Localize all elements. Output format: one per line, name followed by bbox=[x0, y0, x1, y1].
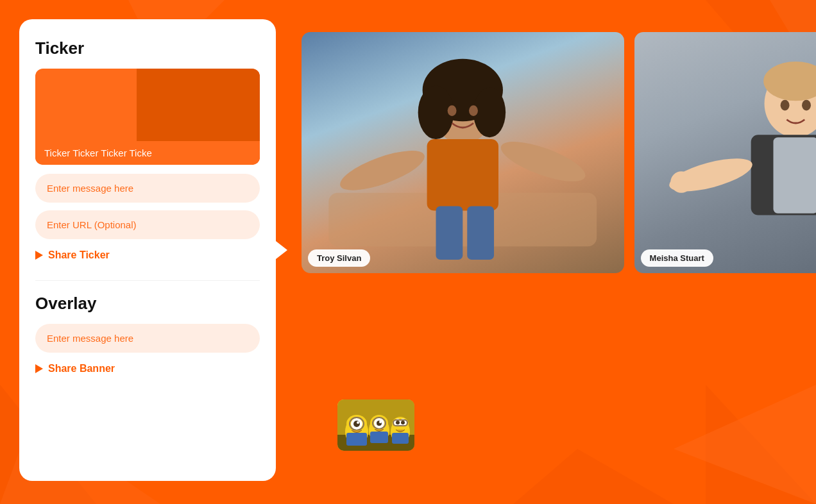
svg-point-48 bbox=[357, 421, 359, 424]
chat-image-minions bbox=[337, 399, 414, 451]
svg-rect-24 bbox=[773, 137, 816, 213]
svg-point-15 bbox=[336, 142, 429, 198]
ticker-title: Ticker bbox=[35, 38, 260, 58]
svg-point-19 bbox=[448, 105, 457, 116]
share-banner-label: Share Banner bbox=[48, 363, 115, 374]
video-row: Troy Silvan bbox=[302, 32, 816, 273]
svg-point-63 bbox=[401, 421, 405, 424]
ticker-url-input[interactable] bbox=[35, 210, 260, 239]
svg-point-20 bbox=[469, 105, 478, 116]
svg-rect-59 bbox=[392, 433, 409, 444]
svg-point-47 bbox=[353, 421, 360, 427]
overlay-title: Overlay bbox=[35, 294, 260, 314]
svg-point-55 bbox=[379, 421, 382, 423]
share-ticker-label: Share Ticker bbox=[48, 249, 110, 261]
play-icon-2 bbox=[35, 364, 43, 373]
svg-marker-7 bbox=[513, 449, 674, 504]
ticker-preview: Ticker Ticker Ticker Ticke bbox=[35, 69, 260, 165]
svg-point-29 bbox=[780, 100, 789, 111]
svg-rect-45 bbox=[346, 433, 367, 446]
svg-point-13 bbox=[473, 87, 506, 137]
play-icon bbox=[35, 251, 43, 260]
divider bbox=[35, 280, 260, 281]
video-card-troy: Troy Silvan bbox=[302, 32, 624, 273]
svg-rect-17 bbox=[436, 206, 463, 260]
svg-rect-14 bbox=[427, 139, 498, 210]
svg-rect-18 bbox=[467, 206, 494, 260]
share-banner-button[interactable]: Share Banner bbox=[35, 363, 115, 374]
overlay-section: Overlay Share Banner bbox=[35, 294, 260, 374]
ticker-message-input[interactable] bbox=[35, 174, 260, 203]
video-name-meisha: Meisha Stuart bbox=[641, 249, 713, 267]
svg-rect-52 bbox=[370, 432, 388, 443]
svg-point-27 bbox=[670, 171, 692, 192]
share-ticker-button[interactable]: Share Ticker bbox=[35, 249, 110, 261]
ticker-preview-text: Ticker Ticker Ticker Ticke bbox=[35, 141, 260, 165]
left-panel: Ticker Ticker Ticker Ticker Ticke Share … bbox=[19, 19, 276, 481]
ticker-section: Ticker Ticker Ticker Ticker Ticke Share … bbox=[35, 38, 260, 261]
svg-point-30 bbox=[802, 100, 811, 111]
svg-point-62 bbox=[396, 421, 400, 424]
video-card-meisha: Meisha Stuart bbox=[634, 32, 816, 273]
video-name-troy: Troy Silvan bbox=[308, 249, 370, 267]
svg-point-16 bbox=[497, 133, 590, 189]
overlay-message-input[interactable] bbox=[35, 324, 260, 353]
